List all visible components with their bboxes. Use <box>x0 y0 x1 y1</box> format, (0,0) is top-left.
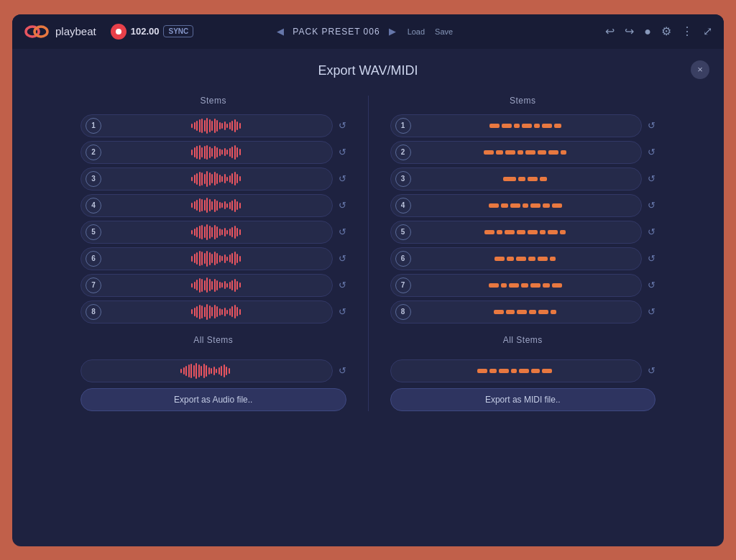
svg-point-1 <box>34 27 47 37</box>
midi-stem-arrow-4[interactable]: ↺ <box>648 200 656 211</box>
waveform-3 <box>107 171 325 187</box>
audio-stem-track-2[interactable]: 2 <box>80 141 333 164</box>
midi-stem-arrow-6[interactable]: ↺ <box>648 253 656 264</box>
midi-stem-arrow-1[interactable]: ↺ <box>648 120 656 131</box>
audio-stem-track-8[interactable]: 8 <box>80 300 333 323</box>
midi-all-stems-row: ↺ <box>390 359 656 382</box>
settings-icon[interactable]: ⚙ <box>661 24 671 38</box>
audio-panel: Stems 1 ↺ <box>59 96 368 411</box>
audio-stem-row-3: 3 ↺ <box>80 167 346 191</box>
audio-all-stems: All Stems ↺ Export as Audio file.. <box>80 335 346 411</box>
audio-stem-row-7: 7 ↺ <box>80 274 346 297</box>
bpm-area: 102.00 SYNC <box>111 24 194 40</box>
stem-export-arrow-6[interactable]: ↺ <box>339 253 346 264</box>
midi-all-stems-track[interactable] <box>390 359 643 382</box>
stem-number-1: 1 <box>86 118 101 134</box>
waveform-2 <box>107 144 325 160</box>
audio-stem-track-6[interactable]: 6 <box>80 247 333 270</box>
midi-stem-row-3: 3 ↺ <box>390 167 656 191</box>
app-window: playbeat 102.00 SYNC ◀ PACK PRESET 006 ▶… <box>12 14 724 546</box>
audio-all-stems-track[interactable] <box>80 359 333 382</box>
audio-stem-row-8: 8 ↺ <box>80 300 346 323</box>
midi-all-pattern <box>395 363 635 379</box>
midi-all-stems: All Stems ↺ Export as MIDI file.. <box>390 335 656 411</box>
preset-prev-button[interactable]: ◀ <box>272 24 288 38</box>
midi-stem-track-6[interactable]: 6 <box>390 247 643 270</box>
midi-stem-number-8: 8 <box>395 304 411 320</box>
audio-stem-row-2: 2 ↺ <box>80 141 346 164</box>
midi-stem-row-8: 8 ↺ <box>390 300 656 323</box>
more-icon[interactable]: ⋮ <box>681 24 693 38</box>
midi-pattern-1 <box>417 118 635 134</box>
export-audio-button[interactable]: Export as Audio file.. <box>80 388 346 411</box>
stem-number-5: 5 <box>86 224 101 240</box>
midi-stem-track-5[interactable]: 5 <box>390 221 643 244</box>
midi-stem-track-8[interactable]: 8 <box>390 300 643 323</box>
expand-icon[interactable]: ⤢ <box>703 24 712 38</box>
midi-stem-track-7[interactable]: 7 <box>390 274 643 297</box>
midi-stem-row-2: 2 ↺ <box>390 141 656 164</box>
midi-stem-arrow-2[interactable]: ↺ <box>648 147 656 157</box>
stem-export-arrow-8[interactable]: ↺ <box>339 306 346 317</box>
main-content: × Export WAV/MIDI Stems 1 <box>12 49 724 546</box>
midi-stem-track-2[interactable]: 2 <box>390 141 643 164</box>
midi-stem-number-4: 4 <box>395 198 411 214</box>
audio-stem-row-6: 6 ↺ <box>80 247 346 270</box>
bpm-value[interactable]: 102.00 <box>131 26 160 37</box>
midi-stem-arrow-5[interactable]: ↺ <box>648 226 656 237</box>
audio-stem-track-4[interactable]: 4 <box>80 194 333 217</box>
waveform-8 <box>107 304 325 320</box>
midi-stem-number-6: 6 <box>395 251 411 267</box>
midi-stem-track-3[interactable]: 3 <box>390 167 643 191</box>
redo-icon[interactable]: ↪ <box>625 24 634 38</box>
stem-export-arrow-2[interactable]: ↺ <box>339 147 346 157</box>
midi-all-stems-arrow[interactable]: ↺ <box>648 365 656 376</box>
waveform-1 <box>107 118 325 134</box>
audio-stem-row-5: 5 ↺ <box>80 221 346 244</box>
stem-number-8: 8 <box>86 304 101 320</box>
preset-next-button[interactable]: ▶ <box>385 24 400 38</box>
midi-stem-row-7: 7 ↺ <box>390 274 656 297</box>
stem-export-arrow-4[interactable]: ↺ <box>339 200 346 211</box>
audio-all-stems-label: All Stems <box>193 335 233 345</box>
audio-stem-track-3[interactable]: 3 <box>80 167 333 191</box>
export-panels: Stems 1 ↺ <box>59 96 677 411</box>
midi-stem-arrow-8[interactable]: ↺ <box>648 306 656 317</box>
stem-export-arrow-3[interactable]: ↺ <box>339 173 346 184</box>
preset-area: ◀ PACK PRESET 006 ▶ Load Save <box>272 24 456 38</box>
midi-stem-number-2: 2 <box>395 144 411 160</box>
sync-badge[interactable]: SYNC <box>163 25 193 37</box>
audio-stem-track-1[interactable]: 1 <box>80 114 333 137</box>
close-button[interactable]: × <box>691 60 709 79</box>
load-button[interactable]: Load <box>405 26 428 37</box>
bpm-indicator <box>111 24 126 40</box>
midi-stem-arrow-3[interactable]: ↺ <box>648 173 656 184</box>
preset-name: PACK PRESET 006 <box>293 27 380 37</box>
midi-stem-track-4[interactable]: 4 <box>390 194 643 217</box>
waveform-5 <box>107 224 325 240</box>
all-stems-export-arrow[interactable]: ↺ <box>339 365 346 376</box>
midi-pattern-7 <box>417 277 635 293</box>
midi-stem-arrow-7[interactable]: ↺ <box>648 280 656 290</box>
midi-stem-number-7: 7 <box>395 277 411 293</box>
stem-export-arrow-7[interactable]: ↺ <box>339 280 346 290</box>
logo-area: playbeat <box>24 24 96 40</box>
undo-icon[interactable]: ↩ <box>605 24 615 38</box>
audio-stem-track-5[interactable]: 5 <box>80 221 333 244</box>
midi-stem-row-6: 6 ↺ <box>390 247 656 270</box>
stem-export-arrow-1[interactable]: ↺ <box>339 120 346 131</box>
midi-pattern-8 <box>417 304 635 320</box>
audio-stem-track-7[interactable]: 7 <box>80 274 333 297</box>
logo-icon <box>24 24 50 40</box>
midi-stem-track-1[interactable]: 1 <box>390 114 643 137</box>
midi-stem-row-5: 5 ↺ <box>390 221 656 244</box>
stem-number-2: 2 <box>86 144 101 160</box>
modal-title: Export WAV/MIDI <box>318 63 418 78</box>
stem-export-arrow-5[interactable]: ↺ <box>339 226 346 237</box>
waveform-6 <box>107 251 325 267</box>
midi-stem-row-4: 4 ↺ <box>390 194 656 217</box>
midi-pattern-5 <box>417 224 635 240</box>
export-midi-button[interactable]: Export as MIDI file.. <box>390 388 656 411</box>
user-icon[interactable]: ● <box>644 25 651 38</box>
save-button[interactable]: Save <box>432 26 456 37</box>
